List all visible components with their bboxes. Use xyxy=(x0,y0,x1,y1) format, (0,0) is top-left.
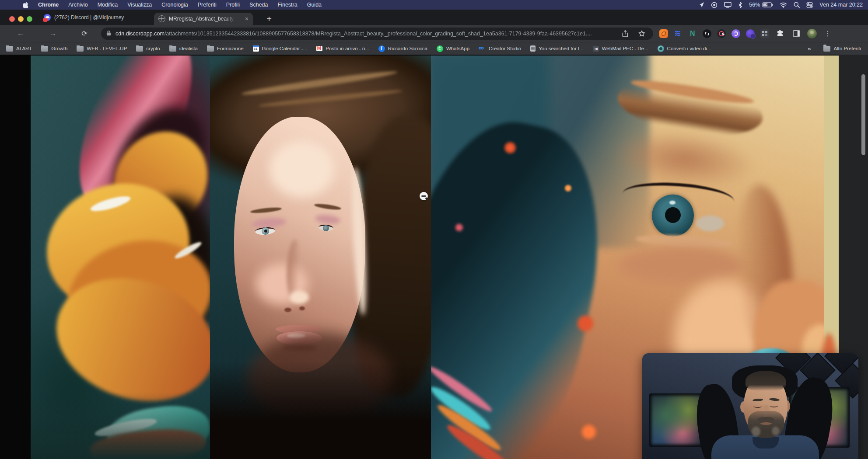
bookmark-favicon xyxy=(437,45,443,52)
url-domain: cdn.discordapp.com xyxy=(116,31,164,37)
extension-icon-notion[interactable] xyxy=(688,29,697,38)
bookmark-label: WEB - LEVEL-UP xyxy=(87,46,127,51)
bookmark-list: AI ARTGrowthWEB - LEVEL-UPcryptoidealist… xyxy=(0,45,711,52)
forward-icon[interactable]: → xyxy=(47,28,59,40)
back-icon[interactable]: ← xyxy=(14,28,27,40)
bookmark-favicon xyxy=(253,45,259,52)
menu-item[interactable]: Scheda xyxy=(249,2,268,8)
presenter-face xyxy=(753,404,762,408)
more-menu-icon[interactable]: ⋮ xyxy=(824,29,831,38)
bookmark-item[interactable]: idealista xyxy=(169,46,198,52)
address-bar[interactable]: cdn.discordapp.com/attachments/101351233… xyxy=(101,28,653,40)
menu-item[interactable]: Modifica xyxy=(98,2,118,8)
bookmark-item[interactable]: Converti i video di... xyxy=(658,45,711,52)
bookmark-label: crypto xyxy=(146,46,160,51)
wifi-icon[interactable] xyxy=(780,2,787,8)
chrome-window: (2762) Discord | @Midjourney × MRregista… xyxy=(0,10,868,459)
menu-item[interactable]: Profili xyxy=(226,2,240,8)
bookmark-favicon xyxy=(6,46,13,52)
bookmark-favicon xyxy=(207,46,214,52)
presenter-hair xyxy=(746,371,786,391)
window-controls xyxy=(9,16,32,22)
lock-icon xyxy=(106,30,111,38)
apple-menu-icon[interactable] xyxy=(23,2,28,8)
bookmark-item[interactable]: crypto xyxy=(136,46,160,52)
screen-record-icon[interactable] xyxy=(711,2,718,8)
bookmark-label: WhatsApp xyxy=(446,46,469,51)
menu-item[interactable]: Preferiti xyxy=(198,2,217,8)
bookmark-label: Google Calendar -... xyxy=(262,46,308,51)
zoom-window-button[interactable] xyxy=(27,16,32,22)
other-bookmarks-folder[interactable]: Altri Preferiti xyxy=(823,46,861,52)
zoom-out-cursor xyxy=(420,192,428,200)
menu-item[interactable]: Guida xyxy=(307,2,322,8)
tab-discord[interactable]: (2762) Discord | @Midjourney × xyxy=(44,10,158,25)
menu-item[interactable]: Visualizza xyxy=(127,2,152,8)
url-text: cdn.discordapp.com/attachments/101351233… xyxy=(116,31,616,37)
discord-favicon xyxy=(44,14,51,21)
bookmark-item[interactable]: Riccardo Scrocca xyxy=(378,45,427,52)
extension-icon-waves[interactable] xyxy=(674,29,682,38)
bookmark-favicon xyxy=(136,46,143,52)
display-mirroring-icon[interactable] xyxy=(724,2,732,8)
extension-icon-grid[interactable] xyxy=(760,29,769,38)
bookmark-favicon xyxy=(316,46,322,51)
bookmarks-bar: AI ARTGrowthWEB - LEVEL-UPcryptoidealist… xyxy=(0,42,868,55)
bookmark-item[interactable]: Google Calendar -... xyxy=(253,45,308,52)
bookmark-label: Converti i video di... xyxy=(667,46,711,51)
location-arrow-icon[interactable] xyxy=(698,2,704,8)
battery-percent-label: 56% xyxy=(749,2,760,8)
battery-status[interactable]: 56% xyxy=(749,2,773,8)
share-icon[interactable] xyxy=(620,28,630,39)
vertical-scrollbar[interactable] xyxy=(861,74,865,155)
menu-item[interactable]: Archivio xyxy=(68,2,88,8)
menu-bar-clock[interactable]: Ven 24 mar 20:22 xyxy=(819,2,863,8)
bookmark-item[interactable]: Growth xyxy=(41,46,67,52)
menu-item[interactable]: Cronologia xyxy=(161,2,188,8)
profile-avatar[interactable] xyxy=(807,29,817,38)
bookmark-label: Formazione xyxy=(217,46,244,51)
menu-item[interactable]: Finestra xyxy=(278,2,298,8)
extension-icon-round[interactable] xyxy=(703,29,711,38)
bookmark-item[interactable]: Creator Studio xyxy=(479,46,521,52)
bookmark-item[interactable]: Formazione xyxy=(207,46,244,52)
bookmark-label: idealista xyxy=(179,46,198,51)
extension-icon-swirl[interactable] xyxy=(732,29,740,38)
menu-item-app-chrome[interactable]: Chrome xyxy=(38,2,59,8)
bookmark-item[interactable]: AI ART xyxy=(6,46,32,52)
artwork-panel-abstract xyxy=(31,56,210,459)
bookmark-item[interactable]: WEB - LEVEL-UP xyxy=(77,46,127,52)
bookmark-item[interactable]: You searched for I... xyxy=(530,45,584,52)
close-window-button[interactable] xyxy=(9,16,15,22)
extension-icon-orange[interactable] xyxy=(659,29,668,38)
tab-close-icon[interactable]: × xyxy=(245,16,248,22)
bookmarks-overflow-icon[interactable]: » xyxy=(808,45,811,52)
extension-icon-key[interactable] xyxy=(717,29,726,38)
reload-icon[interactable]: ⟳ xyxy=(78,28,91,40)
tab-image-active[interactable]: MRregista_Abstract_beauty._ × xyxy=(154,13,253,25)
other-bookmarks-label: Altri Preferiti xyxy=(833,46,861,51)
new-tab-button[interactable]: + xyxy=(263,13,275,25)
url-path: /attachments/1013512335442333816/1088905… xyxy=(164,31,592,37)
bookmark-item[interactable]: Posta in arrivo - ri... xyxy=(316,46,369,51)
bookmark-label: Posta in arrivo - ri... xyxy=(326,46,369,51)
artwork-panel-portrait xyxy=(210,56,431,459)
bookmark-label: WebMail PEC - De... xyxy=(602,46,648,51)
presenter-beard xyxy=(758,417,774,422)
browser-toolbar: ← → ⟳ cdn.discordapp.com/attachments/101… xyxy=(0,25,868,42)
bluetooth-icon[interactable] xyxy=(738,2,742,8)
presenter-face xyxy=(770,404,778,407)
folder-icon xyxy=(823,46,830,52)
spotlight-search-icon[interactable] xyxy=(794,2,800,8)
bookmark-star-icon[interactable] xyxy=(637,28,647,39)
extension-icon-purple[interactable] xyxy=(746,29,755,38)
bookmark-item[interactable]: WhatsApp xyxy=(437,45,469,52)
bookmark-item[interactable]: WebMail PEC - De... xyxy=(593,46,648,52)
minimize-window-button[interactable] xyxy=(18,16,24,22)
extensions-puzzle-icon[interactable] xyxy=(775,28,785,39)
bookmark-label: Growth xyxy=(51,46,67,51)
side-panel-icon[interactable] xyxy=(791,28,802,39)
bookmark-favicon xyxy=(378,45,385,52)
control-center-icon[interactable] xyxy=(806,2,813,8)
extensions-row: ⋮ xyxy=(659,28,837,39)
